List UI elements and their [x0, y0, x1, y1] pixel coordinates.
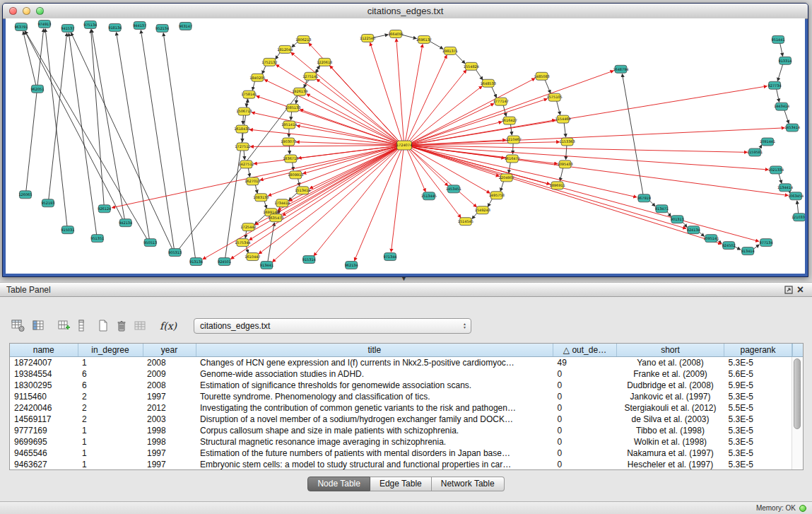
cell-short[interactable]: Nakamura et al. (1997): [617, 448, 724, 459]
cell-in_degree[interactable]: 6: [78, 380, 143, 391]
cell-name[interactable]: 9465546: [10, 448, 78, 459]
cell-out_degree[interactable]: 0: [553, 448, 617, 459]
cell-year[interactable]: 2008: [143, 380, 196, 391]
cell-title[interactable]: Changes of HCN gene expression and I(f) …: [196, 357, 553, 369]
table-row[interactable]: 969969511998Structural magnetic resonanc…: [10, 436, 792, 448]
network-table-selector[interactable]: citations_edges.txt ▲▼: [194, 318, 471, 334]
column-icon[interactable]: [76, 318, 86, 334]
cell-year[interactable]: 1998: [143, 436, 196, 448]
cell-name[interactable]: 9115460: [10, 391, 78, 402]
panel-divider-handle[interactable]: ▼: [401, 276, 407, 282]
cell-in_degree[interactable]: 2: [78, 391, 143, 402]
cell-pagerank[interactable]: 5.3E-5: [724, 436, 792, 448]
cell-pagerank[interactable]: 5.3E-5: [724, 448, 792, 459]
cell-year[interactable]: 2003: [143, 414, 196, 425]
cell-title[interactable]: Embryonic stem cells: a model to study s…: [196, 459, 553, 470]
cell-pagerank[interactable]: 5.5E-5: [724, 402, 792, 414]
column-header-name[interactable]: name: [10, 344, 78, 357]
cell-title[interactable]: Structural magnetic resonance image aver…: [196, 436, 553, 448]
table-row[interactable]: 1872400712008Changes of HCN gene express…: [10, 357, 792, 369]
cell-year[interactable]: 1997: [143, 459, 196, 470]
new-table-icon[interactable]: [96, 318, 110, 334]
cell-short[interactable]: Wolkin et al. (1998): [617, 436, 724, 448]
cell-out_degree[interactable]: 0: [553, 402, 617, 414]
delete-table-icon[interactable]: [114, 318, 129, 334]
cell-in_degree[interactable]: 1: [78, 436, 143, 448]
cell-out_degree[interactable]: 0: [553, 425, 617, 436]
column-header-short[interactable]: short: [617, 344, 724, 357]
cell-pagerank[interactable]: 5.3E-5: [724, 414, 792, 425]
cell-short[interactable]: Yano et al. (2008): [617, 357, 724, 369]
cell-pagerank[interactable]: 5.9E-5: [724, 380, 792, 391]
cell-in_degree[interactable]: 2: [78, 402, 143, 414]
cell-pagerank[interactable]: 5.3E-5: [724, 425, 792, 436]
cell-short[interactable]: de Silva et al. (2003): [617, 414, 724, 425]
cell-pagerank[interactable]: 5.3E-5: [724, 459, 792, 470]
table-row[interactable]: 1938455462009Genome-wide association stu…: [10, 368, 792, 380]
cell-year[interactable]: 2008: [143, 357, 196, 369]
cell-in_degree[interactable]: 1: [78, 357, 143, 369]
table-row[interactable]: 946362711997Embryonic stem cells: a mode…: [10, 459, 792, 470]
edit-columns-icon[interactable]: [57, 319, 72, 333]
cell-short[interactable]: Dudbridge et al. (2008): [617, 380, 724, 391]
zoom-window-button[interactable]: [36, 7, 44, 15]
tab-edge-table[interactable]: Edge Table: [370, 477, 432, 491]
column-header-pagerank[interactable]: pagerank: [724, 344, 792, 357]
cell-title[interactable]: Estimation of the future numbers of pati…: [196, 448, 553, 459]
cell-name[interactable]: 14569117: [10, 414, 78, 425]
cell-short[interactable]: Jankovic et al. (1997): [617, 391, 724, 402]
cell-out_degree[interactable]: 0: [553, 414, 617, 425]
table-mode-icon[interactable]: [10, 318, 27, 334]
table-row[interactable]: 2242004622012Investigating the contribut…: [10, 402, 792, 414]
cell-year[interactable]: 1997: [143, 448, 196, 459]
cell-title[interactable]: Investigating the contribution of common…: [196, 402, 553, 414]
cell-name[interactable]: 9699695: [10, 436, 78, 448]
column-header-out_de[interactable]: △ out_de…: [553, 344, 617, 357]
show-columns-icon[interactable]: [31, 319, 47, 333]
cell-short[interactable]: Hescheler et al. (1997): [617, 459, 724, 470]
cell-title[interactable]: Estimation of significance thresholds fo…: [196, 380, 553, 391]
cell-pagerank[interactable]: 5.3E-5: [724, 391, 792, 402]
cell-name[interactable]: 22420046: [10, 402, 78, 414]
cell-title[interactable]: Genome-wide association studies in ADHD.: [196, 368, 553, 380]
cell-short[interactable]: Franke et al. (2009): [617, 368, 724, 380]
cell-pagerank[interactable]: 5.3E-5: [724, 357, 792, 369]
cell-name[interactable]: 18724007: [10, 357, 78, 369]
cell-out_degree[interactable]: 0: [553, 380, 617, 391]
close-window-button[interactable]: [9, 7, 17, 15]
window-titlebar[interactable]: citations_edges.txt: [3, 4, 808, 19]
cell-out_degree[interactable]: 0: [553, 391, 617, 402]
cell-pagerank[interactable]: 5.6E-5: [724, 368, 792, 380]
tab-node-table[interactable]: Node Table: [307, 477, 370, 491]
cell-out_degree[interactable]: 49: [553, 357, 617, 369]
cell-in_degree[interactable]: 6: [78, 368, 143, 380]
tab-network-table[interactable]: Network Table: [432, 477, 505, 491]
table-row[interactable]: 946554611997Estimation of the future num…: [10, 448, 792, 459]
close-panel-icon[interactable]: ×: [795, 285, 806, 294]
column-header-in_degree[interactable]: in_degree: [78, 344, 143, 357]
table-row[interactable]: 977716911998Corpus callosum shape and si…: [10, 425, 792, 436]
cell-name[interactable]: 9463627: [10, 459, 78, 470]
cell-short[interactable]: Tibbo et al. (1998): [617, 425, 724, 436]
cell-title[interactable]: Disruption of a novel member of a sodium…: [196, 414, 553, 425]
cell-name[interactable]: 9777169: [10, 425, 78, 436]
minimize-window-button[interactable]: [23, 7, 30, 15]
column-header-title[interactable]: title: [196, 344, 553, 357]
cell-year[interactable]: 1998: [143, 425, 196, 436]
cell-short[interactable]: Stergiakouli et al. (2012): [617, 402, 724, 414]
table-row[interactable]: 911546021997Tourette syndrome. Phenomeno…: [10, 391, 792, 402]
cell-in_degree[interactable]: 2: [78, 414, 143, 425]
cell-out_degree[interactable]: 0: [553, 436, 617, 448]
import-table-icon[interactable]: [133, 319, 148, 333]
cell-year[interactable]: 1997: [143, 391, 196, 402]
scrollbar-thumb[interactable]: [794, 358, 801, 429]
table-row[interactable]: 1830029562008Estimation of significance …: [10, 380, 792, 391]
function-builder-icon[interactable]: f(x): [158, 319, 178, 333]
cell-in_degree[interactable]: 1: [78, 459, 143, 470]
network-canvas[interactable]: 1724074180621318120441752132184020517581…: [6, 18, 805, 274]
cell-year[interactable]: 2012: [143, 402, 196, 414]
cell-name[interactable]: 18300295: [10, 380, 78, 391]
cell-title[interactable]: Tourette syndrome. Phenomenology and cla…: [196, 391, 553, 402]
float-panel-icon[interactable]: [782, 286, 795, 294]
cell-in_degree[interactable]: 1: [78, 448, 143, 459]
